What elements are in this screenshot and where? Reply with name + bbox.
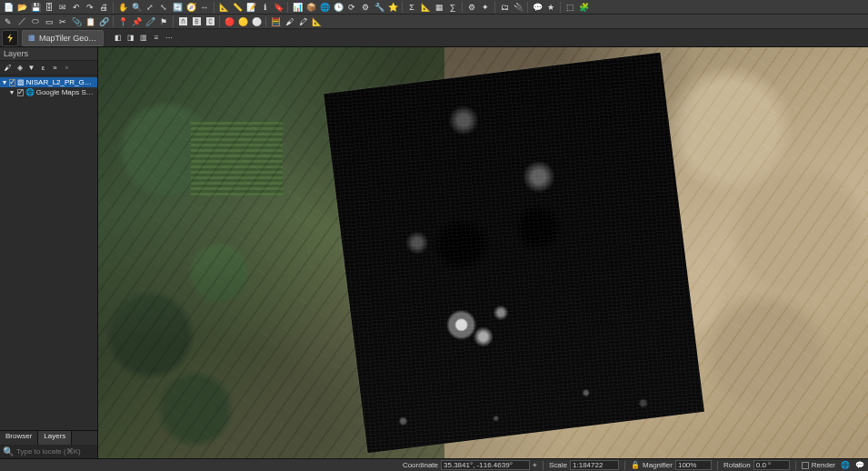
magnifier-input[interactable]: [675, 460, 712, 470]
toolbar-button[interactable]: 🗂: [498, 1, 511, 14]
toolbar-separator: [560, 2, 561, 13]
toolbar-button[interactable]: 🖍: [296, 15, 309, 28]
toolbar-button[interactable]: 🖌: [283, 15, 295, 28]
layer-expand-icon[interactable]: »: [50, 63, 60, 73]
toolbar-button[interactable]: ✎: [2, 15, 15, 28]
toolbar-button[interactable]: 📋: [84, 15, 96, 28]
toolbar-button[interactable]: 🧮: [269, 15, 282, 28]
toolbar-button[interactable]: ✦: [479, 1, 492, 14]
toolbar-button[interactable]: 🔌: [512, 1, 524, 14]
toolbar-button[interactable]: ／: [15, 15, 28, 28]
toolbar-button[interactable]: 📂: [15, 1, 28, 14]
toolbar-button[interactable]: 📎: [70, 15, 83, 28]
toolbar-button[interactable]: 📦: [304, 1, 317, 14]
lock-icon[interactable]: 🔒: [631, 461, 640, 469]
toolbar-button[interactable]: 🕒: [332, 1, 344, 14]
toolbar-button[interactable]: 📄: [2, 1, 15, 14]
layer-expr-icon[interactable]: ε: [38, 63, 48, 73]
toolbar-button[interactable]: ↔: [198, 1, 211, 14]
visibility-checkbox[interactable]: [17, 89, 24, 96]
scale-input[interactable]: [570, 460, 619, 470]
tool-icon-e[interactable]: ⋯: [164, 33, 175, 44]
toolbar-button[interactable]: ⚑: [157, 15, 170, 28]
tool-icon-b[interactable]: ◨: [125, 33, 136, 44]
toolbar-button[interactable]: ★: [544, 1, 557, 14]
toolbar-button[interactable]: ⬚: [564, 1, 576, 14]
toolbar-button[interactable]: ↷: [84, 1, 96, 14]
toolbar-button[interactable]: 📍: [116, 15, 129, 28]
visibility-checkbox[interactable]: [9, 79, 15, 86]
toolbar-button[interactable]: 📐: [310, 15, 323, 28]
toolbar-button[interactable]: ∑: [446, 1, 459, 14]
toolbar-button[interactable]: 📝: [244, 1, 257, 14]
toolbar-button[interactable]: ⚙: [465, 1, 478, 14]
render-checkbox[interactable]: [802, 462, 809, 469]
toolbar-button[interactable]: 💾: [29, 1, 42, 14]
toolbar-button[interactable]: ℹ: [258, 1, 271, 14]
toolbar-button[interactable]: ↶: [70, 1, 83, 14]
panel-tab-browser[interactable]: Browser: [0, 431, 38, 445]
layer-remove-icon[interactable]: ▫: [62, 63, 72, 73]
toolbar-button[interactable]: ⤢: [144, 1, 156, 14]
toolbar-button[interactable]: 📊: [291, 1, 304, 14]
toolbar-button[interactable]: ▭: [43, 15, 55, 28]
tool-icon-c[interactable]: ▥: [138, 33, 149, 44]
document-tab-bar: ▦ MapTiler Geocod… ◧ ◨ ▥ ≡ ⋯: [0, 29, 868, 47]
panel-tab-layers[interactable]: Layers: [38, 431, 72, 445]
toolbar-button[interactable]: 📌: [130, 15, 143, 28]
toolbar-button[interactable]: 🅱: [190, 15, 203, 28]
status-crs[interactable]: 🌐: [841, 461, 850, 469]
toolbar-button[interactable]: 🔧: [373, 1, 385, 14]
toolbar-button[interactable]: 🗄: [43, 1, 55, 14]
toolbar-button[interactable]: 📏: [231, 1, 244, 14]
map-canvas[interactable]: [98, 47, 868, 458]
toolbar-button[interactable]: 🔴: [223, 15, 235, 28]
layer-swatch-icon: 🌐: [25, 88, 35, 96]
toolbar-button[interactable]: ✉: [56, 1, 69, 14]
toolbar-button[interactable]: ✂: [56, 15, 69, 28]
toolbar-button[interactable]: 🟡: [236, 15, 249, 28]
toolbar-button[interactable]: ⚙: [359, 1, 372, 14]
layer-style-icon[interactable]: 🖌: [3, 63, 13, 73]
toolbar-button[interactable]: ⚪: [250, 15, 263, 28]
layer-add-icon[interactable]: ◈: [15, 63, 25, 73]
rotation-input[interactable]: [753, 460, 790, 470]
toolbar-button[interactable]: ▦: [433, 1, 445, 14]
expand-icon[interactable]: ▾: [2, 78, 7, 86]
toolbar-button[interactable]: 🅰: [176, 15, 189, 28]
toolbar-button[interactable]: 🧷: [144, 15, 156, 28]
toolbar-button[interactable]: 🔖: [272, 1, 284, 14]
tool-icon-a[interactable]: ◧: [113, 33, 124, 44]
layer-filter-icon[interactable]: ▼: [26, 63, 36, 73]
toolbar-button[interactable]: 🖨: [97, 1, 110, 14]
toolbar-button[interactable]: ⭐: [386, 1, 399, 14]
status-scale: Scale: [549, 460, 619, 470]
toolbar-button[interactable]: 🅲: [204, 15, 216, 28]
toolbar-button[interactable]: ⤡: [157, 1, 170, 14]
toolbar-button[interactable]: Σ: [405, 1, 418, 14]
toolbar-button[interactable]: 🔗: [97, 15, 110, 28]
toolbar-button[interactable]: 🌐: [318, 1, 331, 14]
toolbar-button[interactable]: 🔍: [130, 1, 143, 14]
toolbar-button[interactable]: 💬: [531, 1, 544, 14]
toolbar-button[interactable]: 🧭: [185, 1, 197, 14]
toolbar-button[interactable]: 🧩: [577, 1, 590, 14]
status-messages[interactable]: 💬: [855, 461, 864, 469]
tab-maptiler[interactable]: ▦ MapTiler Geocod…: [22, 30, 104, 46]
toolbar-button[interactable]: 📐: [419, 1, 432, 14]
toolbar-button[interactable]: ⟳: [345, 1, 358, 14]
layer-list: ▾▧NISAR_L2_PR_GCOV_001▾🌐Google Maps Sate…: [0, 75, 97, 430]
toolbar-button[interactable]: 📐: [217, 1, 230, 14]
tool-icon-d[interactable]: ≡: [151, 33, 162, 44]
coord-input[interactable]: [441, 460, 530, 470]
status-coordinate: Coordinate ⌖: [403, 460, 537, 470]
toolbar-button[interactable]: ⬭: [29, 15, 42, 28]
layer-item[interactable]: ▾🌐Google Maps Satellite: [0, 87, 97, 97]
toolbar-button[interactable]: 🔄: [171, 1, 184, 14]
expand-icon[interactable]: ▾: [9, 88, 15, 96]
layer-item[interactable]: ▾▧NISAR_L2_PR_GCOV_001: [0, 77, 97, 87]
toolbar-separator: [527, 2, 528, 13]
toolbar-button[interactable]: ✋: [116, 1, 129, 14]
target-icon[interactable]: ⌖: [533, 461, 537, 470]
home-button[interactable]: [2, 30, 18, 46]
